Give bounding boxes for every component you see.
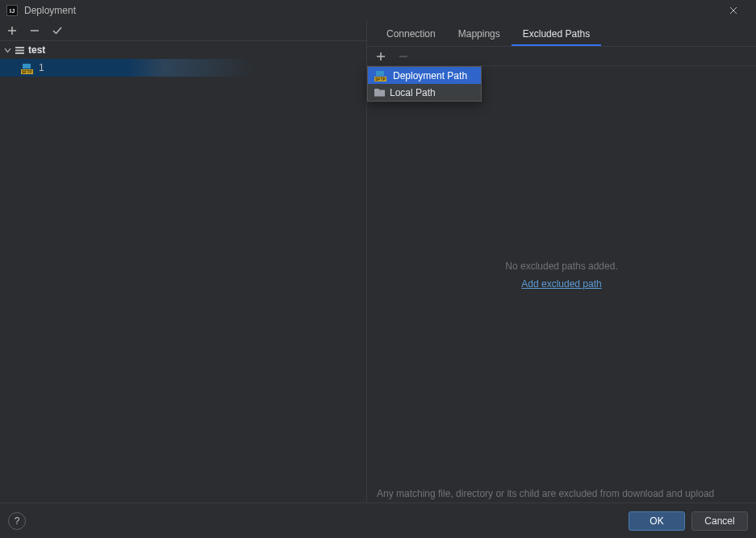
settings-panel: Connection Mappings Excluded Paths Deplo… [367, 21, 756, 503]
svg-rect-0 [15, 47, 24, 48]
remove-server-button[interactable] [27, 23, 42, 38]
add-path-popup: Deployment Path Local Path [367, 66, 482, 102]
hint-text: Any matching file, directory or its chil… [367, 483, 756, 503]
footer-buttons: OK Cancel [629, 511, 748, 531]
collapse-icon[interactable] [3, 46, 11, 54]
remove-excluded-button[interactable] [396, 49, 411, 64]
close-icon [729, 6, 737, 15]
add-excluded-button[interactable] [374, 49, 388, 64]
add-excluded-path-link[interactable]: Add excluded path [521, 278, 601, 290]
folder-icon [374, 89, 385, 97]
menu-deployment-path[interactable]: Deployment Path [368, 67, 481, 84]
dialog-footer: ? OK Cancel [0, 503, 756, 538]
cancel-button[interactable]: Cancel [691, 511, 748, 531]
menu-label: Local Path [390, 87, 436, 98]
dialog-body: test 1 Connection Mappings Excluded Path… [0, 21, 756, 503]
group-icon [15, 46, 25, 55]
servers-panel: test 1 [0, 21, 367, 503]
tab-connection[interactable]: Connection [375, 23, 447, 46]
excluded-paths-empty: No excluded paths added. Add excluded pa… [367, 66, 756, 483]
close-button[interactable] [717, 0, 750, 21]
tabs-bar: Connection Mappings Excluded Paths [367, 21, 756, 47]
servers-tree[interactable]: test 1 [0, 40, 366, 503]
svg-rect-2 [15, 52, 24, 54]
empty-message: No excluded paths added. [505, 261, 617, 272]
svg-rect-1 [15, 49, 24, 51]
app-icon: IJ [6, 5, 18, 16]
set-default-button[interactable] [50, 23, 65, 38]
servers-toolbar [0, 21, 366, 40]
deployment-dialog: IJ Deployment [0, 0, 756, 538]
sftp-icon [21, 64, 32, 73]
ok-button[interactable]: OK [629, 511, 685, 531]
server-row[interactable]: 1 [0, 59, 366, 77]
menu-label: Deployment Path [393, 70, 467, 81]
window-title: Deployment [24, 5, 711, 16]
tab-mappings[interactable]: Mappings [447, 23, 512, 46]
group-label: test [28, 44, 45, 56]
titlebar: IJ Deployment [0, 0, 756, 21]
menu-local-path[interactable]: Local Path [368, 84, 481, 101]
plus-icon [376, 52, 386, 61]
tab-excluded-paths[interactable]: Excluded Paths [512, 23, 601, 46]
check-icon [52, 26, 63, 35]
add-server-button[interactable] [5, 23, 19, 38]
server-label: 1 [39, 62, 44, 73]
plus-icon [7, 26, 17, 35]
help-button[interactable]: ? [8, 512, 26, 530]
minus-icon [30, 26, 40, 35]
server-group-row[interactable]: test [0, 41, 366, 59]
minus-icon [399, 52, 408, 61]
excluded-toolbar: Deployment Path Local Path [367, 47, 756, 66]
sftp-icon [374, 71, 386, 80]
